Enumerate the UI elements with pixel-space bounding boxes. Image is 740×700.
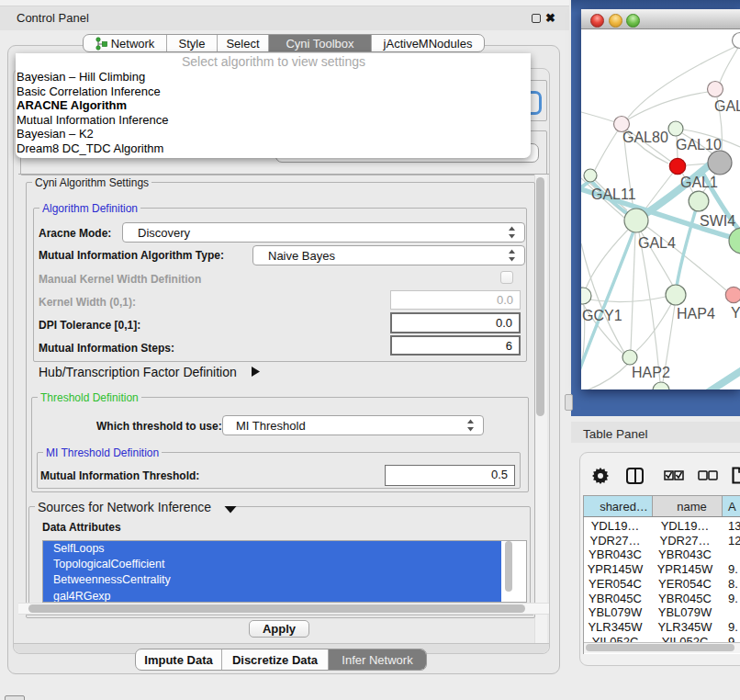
- svg-text:GAL1: GAL1: [680, 175, 718, 190]
- svg-text:GAL11: GAL11: [591, 186, 636, 202]
- svg-text:GAL: GAL: [714, 98, 740, 114]
- svg-text:HAP2: HAP2: [632, 365, 670, 380]
- svg-text:SWI4: SWI4: [700, 213, 735, 229]
- svg-text:GAL80: GAL80: [622, 130, 668, 145]
- svg-text:GCY1: GCY1: [582, 308, 622, 323]
- svg-text:GAL4: GAL4: [638, 235, 676, 251]
- svg-text:HAP4: HAP4: [677, 306, 715, 322]
- svg-text:Y: Y: [731, 305, 740, 321]
- svg-text:GAL10: GAL10: [676, 137, 722, 152]
